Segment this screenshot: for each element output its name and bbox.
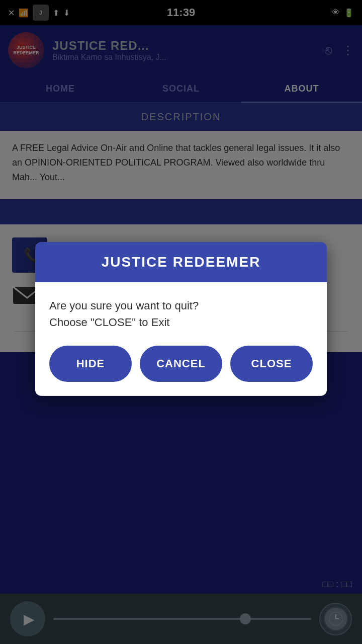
dialog-buttons: HIDE CANCEL CLOSE xyxy=(49,346,313,382)
dialog-title: JUSTICE REDEEMER xyxy=(45,254,317,270)
dialog-body: Are you sure you want to quit? Choose "C… xyxy=(35,282,327,396)
dialog-message: Are you sure you want to quit? Choose "C… xyxy=(49,297,313,331)
dialog-header: JUSTICE REDEEMER xyxy=(35,242,327,282)
quit-dialog: JUSTICE REDEEMER Are you sure you want t… xyxy=(35,242,327,396)
hide-button[interactable]: HIDE xyxy=(49,346,132,382)
cancel-button[interactable]: CANCEL xyxy=(140,346,222,382)
close-button[interactable]: CLOSE xyxy=(230,346,313,382)
